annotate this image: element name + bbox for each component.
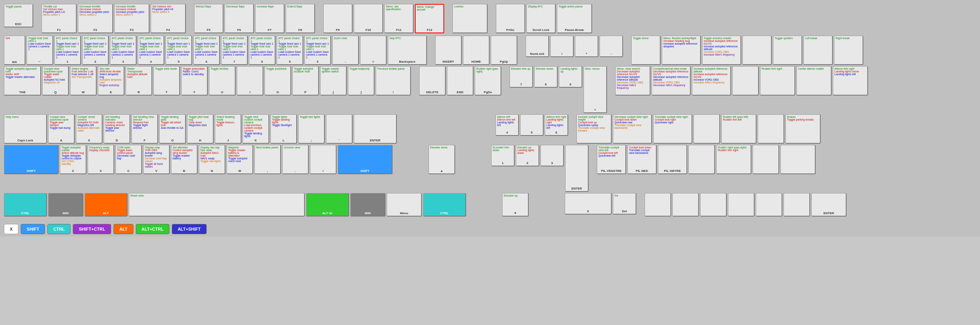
key-pgdn[interactable]: Rudder right (yaw right) PgDn xyxy=(475,66,501,96)
key-alt-left[interactable]: ALT xyxy=(85,193,128,217)
key-blank-bottom1[interactable] xyxy=(645,193,671,217)
key-center-aileron[interactable]: Center aileron rudder xyxy=(796,66,832,96)
key-f2[interactable]: Decrease throttle Decrease mixture Decre… xyxy=(78,4,113,33)
key-d[interactable]: Set heading indicator Camera: reset head… xyxy=(104,114,130,144)
key-e[interactable]: Sim rate ARM Auto throttle Select airspe… xyxy=(98,66,124,96)
key-t[interactable]: Toggle slew mode T xyxy=(153,66,180,96)
key-s[interactable]: Cockpit: smart camera Autopilot N1 hold … xyxy=(76,114,103,144)
key-num6[interactable]: Aileron trim right Landing lights right … xyxy=(545,114,568,136)
key-increase-ap-alt[interactable]: Increase autopilot reference altitude In… xyxy=(692,66,731,96)
key-prtsc[interactable]: PrtSc xyxy=(496,4,525,33)
key-y[interactable]: Toggle autorudder Radio: Com1 switch to … xyxy=(181,66,208,96)
key-c[interactable]: COM radio Toggle basic control panel Dec… xyxy=(115,145,142,174)
key-blank-right4[interactable] xyxy=(758,114,784,144)
modifier-alt-ctrl[interactable]: ALT+CTRL xyxy=(136,224,169,234)
key-blank-far-right2[interactable] xyxy=(753,145,779,174)
key-f5[interactable]: Retract flaps F5 xyxy=(194,4,223,33)
key-num-minus[interactable]: - xyxy=(600,36,623,57)
modifier-shift-ctrl[interactable]: SHIFT+CTRL xyxy=(73,224,111,234)
key-pgup[interactable]: PgUp xyxy=(491,36,517,65)
key-num5[interactable]: 5 xyxy=(520,114,544,136)
key-5[interactable]: ATC panel choice 1 Toggle fixed cam 1 To… xyxy=(166,36,192,65)
key-num1[interactable]: ELevator trim down 1 xyxy=(491,145,515,166)
key-f1[interactable]: Throttle cut Set mixture lean Propeller … xyxy=(41,4,77,33)
key-quote[interactable]: ' xyxy=(326,114,353,144)
key-numenter[interactable]: ENTER xyxy=(565,145,589,192)
key-8[interactable]: ATC panel choice 1 Toggle fixed cam 1 To… xyxy=(249,36,276,65)
key-menu-clear[interactable]: Menu: clear search Decrease autopilot re… xyxy=(615,66,650,96)
key-blank-far-right3[interactable] xyxy=(780,145,816,174)
key-right-break[interactable]: Right break xyxy=(834,36,863,65)
key-g[interactable]: Toggle landing gear Toggle tail wheel lo… xyxy=(159,114,186,144)
key-shift-right[interactable]: SHIFT xyxy=(338,145,393,174)
key-shift-left[interactable]: SHIFT xyxy=(4,145,59,174)
key-altgr[interactable]: ALT Gr xyxy=(306,193,349,217)
key-brakes[interactable]: Brakes Toggle parking breaks xyxy=(785,114,821,144)
key-q[interactable]: Cockpit view quickview cycle Toggle wate… xyxy=(42,66,69,96)
key-pause[interactable]: Toggle active pause Pause-Break xyxy=(557,4,592,33)
key-incr-cockpit-view[interactable]: Incease cockpit view height Cockpit look… xyxy=(576,114,612,144)
key-2[interactable]: ATC panel choice 1 Toggle fixed cam 1 To… xyxy=(82,36,109,65)
key-k[interactable]: Toggle next custom cockpit camera Load p… xyxy=(243,114,269,144)
key-4[interactable]: ATC panel choice 1 Toggle fixed cam 1 To… xyxy=(138,36,164,65)
key-win-left[interactable]: WIN xyxy=(48,193,83,217)
key-f[interactable]: Set heading view director Request fuel T… xyxy=(132,114,158,144)
key-toggle-drone[interactable]: Toggle drone xyxy=(631,36,661,65)
key-1[interactable]: ATC panel choice 1 Toggle fixed cam 1 To… xyxy=(54,36,81,65)
key-blank-bottom3[interactable] xyxy=(700,193,727,217)
key-blank-right1[interactable] xyxy=(742,36,772,65)
key-num8[interactable]: Elevator down 8 xyxy=(534,66,558,88)
modifier-none[interactable]: X xyxy=(4,224,18,234)
key-equals[interactable]: = xyxy=(360,36,387,65)
key-num0[interactable]: 0 xyxy=(565,193,612,215)
key-rudder-trim-left[interactable]: Rudder right (yaw right) Rudder trim rig… xyxy=(716,145,751,174)
key-f6[interactable]: Decrease flaps F6 xyxy=(225,4,254,33)
key-num2[interactable]: Elevator up Landing lights down 2 xyxy=(516,145,539,166)
key-m[interactable]: Magneto Toggle master battery & alternat… xyxy=(227,145,253,174)
key-pil-hoyre[interactable]: PIL HØYRE xyxy=(658,145,687,174)
key-rudder-left[interactable]: Rudder left (yaw left) Rudder trim left xyxy=(721,114,757,144)
key-decr-cockpit-view[interactable]: Decrease cockpit view right Cockpit look… xyxy=(613,114,652,144)
key-f3[interactable]: Increase throttle Increase mixture Incre… xyxy=(114,4,150,33)
key-na-left[interactable]: N/A N/A xyxy=(4,36,25,65)
modifier-shift[interactable]: SHIFT xyxy=(21,224,45,234)
key-ctrl-left[interactable]: CTRL xyxy=(4,193,47,217)
key-j[interactable]: Select heading mode Toggle beacon lights… xyxy=(215,114,241,144)
key-num-star[interactable]: * xyxy=(575,36,598,57)
key-home[interactable]: HOME xyxy=(463,36,490,65)
key-scrolllock[interactable]: Display ATC Scroll Lock xyxy=(526,4,556,33)
key-enter[interactable]: ENTER xyxy=(354,114,397,144)
key-blank-right2[interactable] xyxy=(732,66,759,96)
key-6[interactable]: ATC panel choice 1 Toggle fixed cam 1 To… xyxy=(193,36,220,65)
key-v[interactable]: Display map VOR OBS Autopilot wing level… xyxy=(143,145,170,174)
key-b[interactable]: Set altimeter Control autopilot wing lev… xyxy=(171,145,198,174)
key-blank-bottom6[interactable] xyxy=(784,193,810,217)
key-ctrl-right[interactable]: CTRL xyxy=(423,193,466,217)
key-end[interactable]: END xyxy=(447,66,474,96)
key-capslock[interactable]: Help menu Caps Lock xyxy=(4,114,47,144)
modifier-alt[interactable]: ALT xyxy=(113,224,133,234)
key-arrow-down[interactable]: Elevator up ▼ xyxy=(502,193,529,217)
key-rudder-right[interactable]: Rudder trim right xyxy=(760,66,795,96)
key-9[interactable]: ATC panel choice 1 Toggle fixed cam 1 To… xyxy=(277,36,303,65)
key-num-plus[interactable]: Misc: minus + xyxy=(584,66,607,113)
key-left-break[interactable]: Left break xyxy=(803,36,833,65)
key-win-right[interactable]: WIN xyxy=(350,193,386,217)
key-backtick[interactable]: Toggle Instr instr view 1 Load custom Sa… xyxy=(27,36,53,65)
key-p[interactable]: Toggle autopilot localizer hold P xyxy=(292,66,319,96)
key-enter-bottom[interactable]: ENTER xyxy=(811,193,847,217)
key-num7[interactable]: Elevator trim up 7 xyxy=(510,66,533,88)
key-blank-far-right[interactable] xyxy=(688,145,715,174)
key-a[interactable]: Cockpit view quickview cycle Toggle yaw … xyxy=(48,114,75,144)
key-insert[interactable]: INSERT xyxy=(435,36,462,65)
key-i[interactable]: I xyxy=(237,66,263,96)
key-pil-venstre[interactable]: Translate cockpit view left Cockpit look… xyxy=(597,145,626,174)
key-menu[interactable]: Menu xyxy=(387,193,422,217)
key-blank-bottom5[interactable] xyxy=(756,193,782,217)
key-space[interactable]: Reset view xyxy=(129,193,305,217)
key-liveries[interactable]: Liveries xyxy=(452,4,488,33)
key-blank-right3[interactable] xyxy=(694,114,720,144)
key-minus[interactable]: Zoom view - xyxy=(332,36,359,65)
key-f10[interactable]: F10 xyxy=(354,4,383,33)
key-pil-ned[interactable]: Cockpit look down Translate cockpit view… xyxy=(627,145,657,174)
